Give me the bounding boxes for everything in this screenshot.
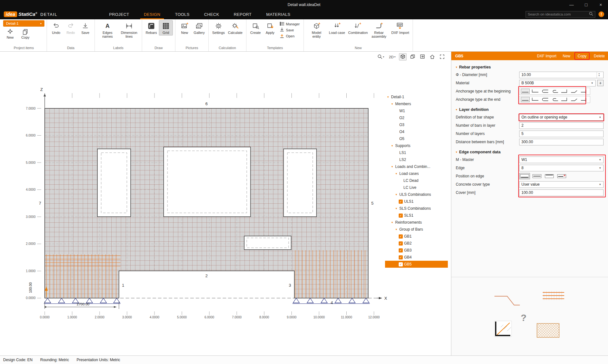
tree-item-ls1[interactable]: LS1 bbox=[385, 149, 448, 156]
anchorage-type-icon-4[interactable] bbox=[550, 89, 559, 94]
clipping-button[interactable] bbox=[419, 53, 426, 61]
anchorage-type-icon-6[interactable] bbox=[570, 97, 579, 102]
ribbon-button-new[interactable]: +New bbox=[178, 20, 192, 35]
section-header-edge-component-data[interactable]: ▾Edge component data bbox=[456, 148, 604, 156]
anchorage-type-icon-6[interactable] bbox=[570, 89, 579, 94]
tree-item-loads-and-combin[interactable]: ▾Loads and Combin... bbox=[385, 163, 448, 170]
section-header-rebar-properties[interactable]: ▾Rebar properties bbox=[456, 63, 604, 71]
concrete-cover-type-select[interactable]: User value▼ bbox=[519, 181, 604, 188]
ribbon-button-rebar-assembly[interactable]: +Rebar assembly bbox=[369, 20, 389, 40]
ribbon-button-combination[interactable]: +Combination bbox=[347, 20, 368, 35]
ribbon-button-open[interactable]: Open bbox=[278, 33, 301, 39]
tree-item-uls-combinations[interactable]: ▾ULS Combinations bbox=[385, 191, 448, 198]
position-on-edge-icon-1[interactable] bbox=[519, 173, 530, 179]
tree-item-o2[interactable]: O2 bbox=[385, 114, 448, 121]
zoom-tool-button[interactable]: ▾ bbox=[376, 53, 385, 61]
anchorage-type-icon-5[interactable] bbox=[560, 97, 569, 102]
panel-button-new[interactable]: New bbox=[559, 52, 573, 60]
tree-item-gb4[interactable]: ✓GB4 bbox=[385, 254, 448, 261]
definition-of-bar-shape-select[interactable]: On outline or opening edge▼ bbox=[519, 114, 604, 121]
ribbon-button-manager[interactable]: Manager bbox=[278, 21, 301, 27]
tree-item-lc-live[interactable]: LC Live bbox=[385, 184, 448, 191]
tree-expander-icon[interactable]: ▾ bbox=[390, 102, 394, 105]
visibility-checkbox[interactable]: ✓ bbox=[399, 262, 403, 266]
search-input[interactable] bbox=[528, 12, 589, 16]
anchorage-type-icon-1[interactable] bbox=[521, 89, 530, 94]
ribbon-button-save[interactable]: Save bbox=[78, 20, 92, 35]
fit-view-button[interactable] bbox=[438, 53, 446, 61]
panel-button-copy[interactable]: Copy bbox=[574, 52, 590, 60]
help-badge[interactable]: ! bbox=[598, 11, 604, 17]
project-item-selector[interactable]: Detail-1▾ bbox=[3, 20, 44, 27]
tree-item-reinforcements[interactable]: ▾Reinforcements bbox=[385, 219, 448, 226]
tree-expander-icon[interactable]: ▾ bbox=[395, 172, 398, 175]
anchorage-type-icon-2[interactable] bbox=[531, 89, 539, 94]
tree-item-gb5[interactable]: ✓GB5 bbox=[385, 261, 448, 268]
ribbon-button-calculate[interactable]: Calculate bbox=[227, 20, 244, 35]
visibility-checkbox[interactable]: ✓ bbox=[399, 214, 403, 218]
ribbon-button-model-entity[interactable]: +Model entity bbox=[306, 20, 327, 40]
tree-item-o4[interactable]: O4 bbox=[385, 128, 448, 135]
number-of-bars-in-layer-input[interactable]: 2 bbox=[519, 122, 604, 129]
m-master-select[interactable]: W1▼ bbox=[519, 156, 604, 163]
tree-item-group-of-bars[interactable]: ▾Group of Bars bbox=[385, 226, 448, 233]
ribbon-button-dimension-lines[interactable]: Dimension lines bbox=[119, 20, 140, 40]
edge-select[interactable]: 8▼ bbox=[519, 165, 604, 171]
ribbon-button-redo[interactable]: Redo bbox=[64, 20, 78, 35]
visibility-checkbox[interactable]: ✓ bbox=[399, 255, 403, 259]
panel-button-dxf-import[interactable]: DXF Import bbox=[534, 52, 559, 60]
number-of-layers-input[interactable]: 5 bbox=[519, 131, 604, 137]
visibility-checkbox[interactable]: ✓ bbox=[399, 248, 403, 252]
tree-expander-icon[interactable]: ▾ bbox=[390, 165, 394, 168]
tree-expander-icon[interactable]: ▾ bbox=[395, 193, 398, 196]
tree-expander-icon[interactable]: ▾ bbox=[395, 228, 398, 231]
ribbon-button-rebars[interactable]: Rebars bbox=[144, 20, 158, 35]
menu-item-materials[interactable]: MATERIALS bbox=[259, 9, 297, 19]
section-header-layer-definition[interactable]: ▾Layer definition bbox=[456, 106, 604, 113]
tree-expander-icon[interactable]: ▾ bbox=[386, 95, 390, 99]
visibility-checkbox[interactable]: ✓ bbox=[399, 234, 403, 239]
axonometry-button[interactable] bbox=[399, 53, 407, 61]
anchorage-type-icon-7[interactable] bbox=[580, 97, 589, 102]
anchorage-type-icon-3[interactable] bbox=[540, 97, 549, 102]
spinner-arrows-icon[interactable]: ▲▼ bbox=[597, 72, 601, 78]
anchorage-type-icon-2[interactable] bbox=[531, 97, 539, 102]
tree-item-ls2[interactable]: LS2 bbox=[385, 156, 448, 163]
tree-expander-icon[interactable]: ▾ bbox=[390, 144, 394, 147]
tree-item-w1[interactable]: W1 bbox=[385, 107, 448, 114]
search-box[interactable] bbox=[526, 11, 595, 18]
canvas-area[interactable]: Z X 7.00006.00005.00004.00003.00002.0000… bbox=[0, 52, 451, 355]
panel-button-delete[interactable]: Delete bbox=[591, 52, 608, 60]
tree-item-o5[interactable]: O5 bbox=[385, 135, 448, 142]
tree-item-supports[interactable]: ▾Supports bbox=[385, 142, 448, 149]
ribbon-button-apply[interactable]: Apply bbox=[263, 20, 277, 35]
tree-item-detail-1[interactable]: ▾Detail-1 bbox=[385, 93, 448, 100]
view-mode-button[interactable]: 2D▾ bbox=[388, 54, 397, 60]
ribbon-button-undo[interactable]: Undo bbox=[49, 20, 63, 35]
add-material-button[interactable]: + bbox=[597, 80, 604, 86]
cover-mm-input[interactable]: 100.00 bbox=[519, 189, 604, 196]
tree-item-lc-dead[interactable]: LC Dead bbox=[385, 177, 448, 184]
tree-item-gb3[interactable]: ✓GB3 bbox=[385, 247, 448, 254]
visibility-checkbox[interactable]: ✓ bbox=[399, 200, 403, 204]
material-select[interactable]: B 500B▼ bbox=[519, 80, 596, 86]
tree-expander-icon[interactable]: ▾ bbox=[390, 221, 394, 224]
ribbon-button-gallery[interactable]: Gallery bbox=[192, 20, 206, 35]
layers-button[interactable] bbox=[409, 53, 416, 61]
anchorage-type-icon-7[interactable] bbox=[580, 89, 589, 94]
tree-item-gb1[interactable]: ✓GB1 bbox=[385, 233, 448, 240]
menu-item-design[interactable]: DESIGN bbox=[136, 9, 167, 19]
menu-item-project[interactable]: PROJECT bbox=[102, 9, 136, 19]
ribbon-button-settings[interactable]: Settings bbox=[211, 20, 226, 35]
ribbon-button-grid[interactable]: Grid bbox=[159, 20, 173, 35]
menu-item-check[interactable]: CHECK bbox=[197, 9, 226, 19]
ribbon-button-copy[interactable]: Copy bbox=[18, 28, 32, 40]
tree-item-members[interactable]: ▾Members bbox=[385, 100, 448, 107]
anchorage-type-icon-1[interactable] bbox=[521, 97, 530, 102]
anchorage-type-icon-3[interactable] bbox=[540, 89, 549, 94]
ribbon-button-edges-names[interactable]: AEdges names bbox=[97, 20, 118, 40]
position-on-edge-icon-4[interactable] bbox=[556, 173, 567, 179]
anchorage-type-icon-5[interactable] bbox=[560, 89, 569, 94]
ribbon-button-dxf-import[interactable]: DXFDXF Import bbox=[390, 20, 410, 35]
tree-item-load-cases[interactable]: ▾Load cases bbox=[385, 170, 448, 177]
